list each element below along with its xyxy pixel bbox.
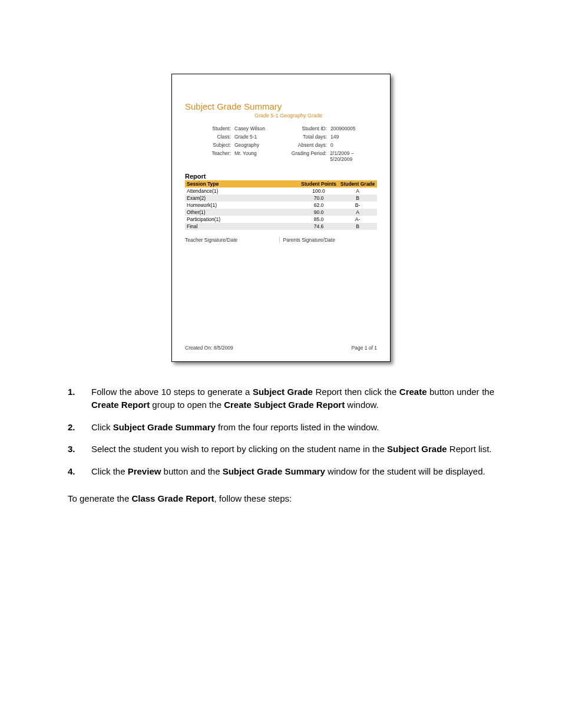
instruction-list: 1. Follow the above 10 steps to generate…	[68, 386, 494, 478]
list-item: 3. Select the student you wish to report…	[68, 443, 494, 456]
list-item: 1. Follow the above 10 steps to generate…	[68, 386, 494, 411]
list-item: 4. Click the Preview button and the Subj…	[68, 465, 494, 478]
table-row: Attendance(1)100.0A	[185, 187, 377, 195]
table-row: Exam(2)70.0B	[185, 195, 377, 202]
step-number: 4.	[68, 465, 91, 478]
info-left: Student:Casey Wilson Class:Grade 5-1 Sub…	[185, 123, 281, 164]
table-row: Other(1)90.0A	[185, 209, 377, 216]
report-footer: Created On: 8/5/2009 Page 1 of 1	[185, 345, 377, 351]
col-type: Session Type	[185, 180, 299, 187]
info-value: 149	[329, 134, 339, 140]
step-text: Click the Preview button and the Subject…	[91, 465, 494, 478]
table-row: Participation(1)85.0A-	[185, 216, 377, 223]
report-info: Student:Casey Wilson Class:Grade 5-1 Sub…	[185, 123, 377, 164]
step-number: 2.	[68, 421, 91, 434]
step-text: Click Subject Grade Summary from the fou…	[91, 421, 494, 434]
report-page: Page 1 of 1	[352, 345, 377, 351]
info-label: Teacher:	[185, 150, 233, 156]
paragraph: To generate the Class Grade Report, foll…	[68, 493, 494, 503]
info-value: 2/1/2009 – 5/20/2009	[329, 150, 377, 162]
info-value: Casey Wilson	[233, 126, 265, 131]
teacher-signature: Teacher Signature/Date	[185, 237, 279, 243]
table-row: Homework(1)62.0B-	[185, 202, 377, 209]
document-page: Subject Grade Summary Grade 5-1 Geograph…	[0, 74, 562, 728]
step-text: Follow the above 10 steps to generate a …	[91, 386, 494, 411]
col-grade: Student Grade	[338, 180, 377, 187]
signatures: Teacher Signature/Date Parents Signature…	[185, 237, 377, 243]
created-on: Created On: 8/5/2009	[185, 345, 233, 351]
info-value: 200900005	[329, 126, 356, 131]
report-section-title: Report	[185, 173, 377, 180]
report-table: Session Type Student Points Student Grad…	[185, 180, 377, 230]
info-label: Grading Period:	[281, 150, 329, 162]
info-value: Mr. Young	[233, 150, 257, 156]
report-title: Subject Grade Summary	[185, 101, 377, 111]
info-label: Student:	[185, 126, 233, 131]
step-number: 1.	[68, 386, 91, 411]
info-label: Subject:	[185, 142, 233, 148]
step-text: Select the student you wish to report by…	[91, 443, 494, 456]
parent-signature: Parents Signature/Date	[279, 237, 378, 243]
info-label: Total days:	[281, 134, 329, 140]
info-value: Geography	[233, 142, 259, 148]
info-label: Class:	[185, 134, 233, 140]
step-number: 3.	[68, 443, 91, 456]
table-header: Session Type Student Points Student Grad…	[185, 180, 377, 187]
report-subtitle: Grade 5-1 Geography Grade	[254, 113, 377, 118]
table-row: Final74.6B	[185, 223, 377, 230]
info-value: Grade 5-1	[233, 134, 257, 140]
info-label: Student ID:	[281, 126, 329, 131]
info-value: 0	[329, 142, 333, 148]
report-preview: Subject Grade Summary Grade 5-1 Geograph…	[171, 74, 391, 362]
list-item: 2. Click Subject Grade Summary from the …	[68, 421, 494, 434]
info-right: Student ID:200900005 Total days:149 Abse…	[281, 123, 377, 164]
info-label: Absent days:	[281, 142, 329, 148]
col-points: Student Points	[299, 180, 338, 187]
